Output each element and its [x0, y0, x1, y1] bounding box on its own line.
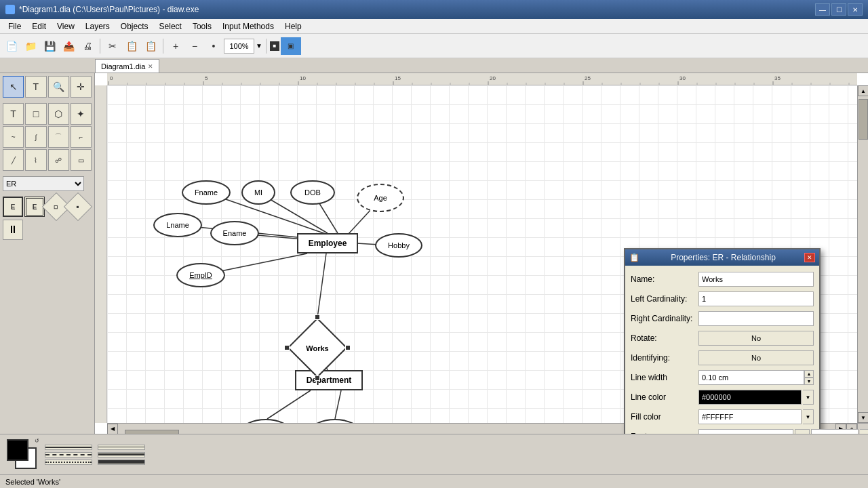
tab-bar: Diagram1.dia ✕ — [0, 58, 868, 73]
line-width-up-arrow[interactable]: ▲ — [804, 370, 814, 378]
save-button[interactable]: 💾 — [41, 37, 58, 55]
prop-font-style-select[interactable]: Normal — [811, 429, 859, 434]
scroll-left-arrow[interactable]: ◀ — [107, 424, 118, 434]
maximize-button[interactable]: ☐ — [831, 3, 846, 16]
attr-hobby[interactable]: Hobby — [375, 233, 422, 258]
prop-name-input[interactable] — [698, 272, 814, 287]
reset-colors-icon[interactable]: ↺ — [35, 438, 39, 444]
er-entity-tool[interactable]: E — [3, 197, 23, 217]
freehand-tool[interactable]: ~ — [3, 126, 24, 148]
star-tool[interactable]: ✦ — [71, 103, 92, 125]
prop-font-name-input[interactable] — [698, 429, 793, 434]
dialog-title-bar[interactable]: 📋 Properties: ER - Relationship ✕ — [625, 249, 819, 266]
attr-empid[interactable]: EmpID — [176, 263, 225, 287]
v-scroll-thumb[interactable] — [859, 99, 868, 140]
box-tool[interactable]: □ — [25, 103, 46, 125]
menu-edit[interactable]: Edit — [26, 20, 52, 33]
prop-rotate-button[interactable]: No — [698, 331, 814, 346]
zoom-dropdown-arrow[interactable]: ▼ — [256, 42, 262, 49]
line-width-thin[interactable] — [98, 445, 145, 450]
sel-handle-tm[interactable] — [315, 314, 320, 320]
font-style-arrow[interactable]: ▼ — [860, 429, 868, 434]
select-tool[interactable]: ↖ — [3, 76, 24, 98]
prop-line-width-input[interactable] — [698, 370, 804, 385]
menu-view[interactable]: View — [52, 20, 80, 33]
copy-button[interactable]: 📋 — [123, 37, 140, 55]
attr-fname[interactable]: Fname — [182, 180, 231, 205]
menu-tools[interactable]: Tools — [187, 20, 217, 33]
menu-objects[interactable]: Objects — [115, 20, 154, 33]
new-button[interactable]: 📄 — [3, 37, 20, 55]
dialog-close-x-button[interactable]: ✕ — [804, 253, 815, 262]
prop-row-line-color: Line color #000000 ▼ — [631, 389, 814, 405]
attr-mi[interactable]: MI — [241, 180, 275, 205]
line-width-medium[interactable] — [98, 452, 145, 458]
attr-dob[interactable]: DOB — [290, 180, 335, 205]
polygon-tool[interactable]: ⬡ — [48, 103, 69, 125]
h-scroll-thumb[interactable] — [125, 430, 179, 434]
paste-button[interactable]: 📋 — [142, 37, 159, 55]
menu-input-methods[interactable]: Input Methods — [217, 20, 279, 33]
line-width-down-arrow[interactable]: ▼ — [804, 378, 814, 385]
menu-layers[interactable]: Layers — [80, 20, 115, 33]
prop-fill-color-box[interactable]: #FFFFFF — [698, 409, 802, 424]
prop-fill-color-arrow[interactable]: ▼ — [803, 409, 814, 424]
sel-handle-tr[interactable] — [345, 345, 351, 350]
scroll-up-arrow[interactable]: ▲ — [858, 85, 868, 96]
line-tool[interactable]: ╱ — [3, 149, 24, 171]
image-tool[interactable]: ☍ — [48, 149, 69, 171]
text-tool[interactable]: T — [25, 76, 46, 98]
sel-handle-bl[interactable] — [315, 375, 320, 381]
text-box-tool[interactable]: T — [3, 103, 24, 125]
save-as-button[interactable]: 📤 — [60, 37, 77, 55]
v-scrollbar[interactable]: ▲ ▼ — [857, 85, 868, 423]
menu-select[interactable]: Select — [154, 20, 187, 33]
tab-close-icon[interactable]: ✕ — [148, 63, 153, 70]
attr-age[interactable]: Age — [357, 184, 404, 212]
prop-right-card-input[interactable] — [698, 311, 814, 326]
menu-file[interactable]: File — [3, 20, 26, 33]
line-style-solid[interactable] — [45, 445, 92, 450]
arc-tool[interactable]: ⌒ — [48, 126, 69, 148]
cut-button[interactable]: ✂ — [104, 37, 121, 55]
bezier-tool[interactable]: ∫ — [25, 126, 46, 148]
prop-line-color-arrow[interactable]: ▼ — [803, 390, 814, 405]
prop-row-font: Font ▼ Normal ▼ — [631, 428, 814, 434]
fg-color-swatch[interactable] — [7, 439, 28, 461]
shape-category-select[interactable]: ER — [3, 176, 84, 191]
print-button[interactable]: 🖨 — [79, 37, 96, 55]
diagram-tab[interactable]: Diagram1.dia ✕ — [95, 59, 159, 73]
font-type-button[interactable]: ▼ — [795, 429, 810, 434]
scroll-down-arrow[interactable]: ▼ — [858, 412, 868, 423]
zoom-input[interactable] — [224, 39, 254, 54]
line-style-dashed[interactable] — [45, 452, 92, 458]
zigzag-tool[interactable]: ⌐ — [71, 126, 92, 148]
outline-tool[interactable]: ▭ — [71, 149, 92, 171]
entity-employee[interactable]: Employee — [297, 233, 358, 253]
zoom-out-button[interactable]: − — [186, 37, 203, 55]
prop-line-color-box[interactable]: #000000 — [698, 390, 802, 405]
scroll-tool[interactable]: ✛ — [71, 76, 92, 98]
attr-ename[interactable]: Ename — [210, 221, 259, 245]
attr-lname[interactable]: Lname — [153, 213, 202, 237]
minimize-button[interactable]: — — [815, 3, 830, 16]
line-style-dotted[interactable] — [45, 460, 92, 465]
er-weak-rel-tool[interactable]: ⬥ — [64, 192, 92, 221]
open-button[interactable]: 📁 — [22, 37, 39, 55]
menu-help[interactable]: Help — [279, 20, 307, 33]
prop-name-label: Name: — [631, 274, 698, 284]
poly-line-tool[interactable]: ⌇ — [25, 149, 46, 171]
close-button[interactable]: ✕ — [848, 3, 863, 16]
zoom-fit-button[interactable]: • — [205, 37, 222, 55]
show-grid-button[interactable]: ▣ — [281, 37, 301, 55]
prop-identifying-button[interactable]: No — [698, 350, 814, 365]
sel-handle-tl[interactable] — [284, 345, 290, 350]
prop-identifying-label: Identifying: — [631, 353, 698, 363]
zoom-tool[interactable]: 🔍 — [48, 76, 69, 98]
line-width-thick[interactable] — [98, 460, 145, 465]
snap-grid-button[interactable]: ■ — [270, 41, 279, 51]
prop-left-card-input[interactable] — [698, 291, 814, 306]
pause-button[interactable]: ⏸ — [3, 220, 23, 240]
relationship-works-container[interactable]: Works — [287, 317, 348, 378]
zoom-in-button[interactable]: + — [167, 37, 184, 55]
